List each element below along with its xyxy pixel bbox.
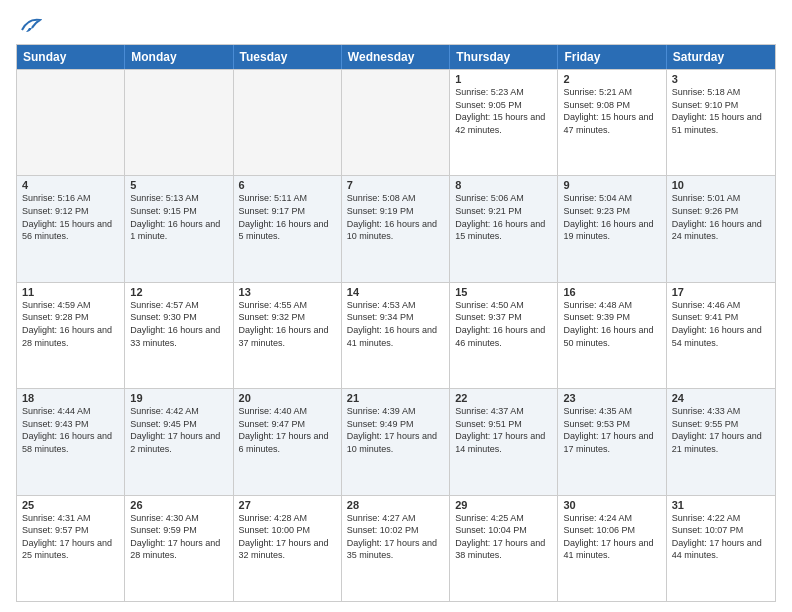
calendar-row-2: 11Sunrise: 4:59 AM Sunset: 9:28 PM Dayli… bbox=[17, 282, 775, 388]
calendar-cell-empty-0-2 bbox=[234, 70, 342, 175]
calendar-cell-4: 4Sunrise: 5:16 AM Sunset: 9:12 PM Daylig… bbox=[17, 176, 125, 281]
day-number: 10 bbox=[672, 179, 770, 191]
cell-info: Sunrise: 4:31 AM Sunset: 9:57 PM Dayligh… bbox=[22, 512, 119, 562]
cell-info: Sunrise: 4:35 AM Sunset: 9:53 PM Dayligh… bbox=[563, 405, 660, 455]
day-number: 14 bbox=[347, 286, 444, 298]
cell-info: Sunrise: 5:06 AM Sunset: 9:21 PM Dayligh… bbox=[455, 192, 552, 242]
cell-info: Sunrise: 4:57 AM Sunset: 9:30 PM Dayligh… bbox=[130, 299, 227, 349]
day-number: 5 bbox=[130, 179, 227, 191]
logo-bird-icon bbox=[20, 16, 42, 34]
header bbox=[16, 16, 776, 34]
calendar-row-4: 25Sunrise: 4:31 AM Sunset: 9:57 PM Dayli… bbox=[17, 495, 775, 601]
cell-info: Sunrise: 5:08 AM Sunset: 9:19 PM Dayligh… bbox=[347, 192, 444, 242]
day-number: 11 bbox=[22, 286, 119, 298]
calendar-cell-20: 20Sunrise: 4:40 AM Sunset: 9:47 PM Dayli… bbox=[234, 389, 342, 494]
calendar-header: SundayMondayTuesdayWednesdayThursdayFrid… bbox=[17, 45, 775, 69]
cell-info: Sunrise: 4:22 AM Sunset: 10:07 PM Daylig… bbox=[672, 512, 770, 562]
cell-info: Sunrise: 4:37 AM Sunset: 9:51 PM Dayligh… bbox=[455, 405, 552, 455]
calendar-cell-28: 28Sunrise: 4:27 AM Sunset: 10:02 PM Dayl… bbox=[342, 496, 450, 601]
day-number: 30 bbox=[563, 499, 660, 511]
calendar-cell-empty-0-0 bbox=[17, 70, 125, 175]
calendar-cell-30: 30Sunrise: 4:24 AM Sunset: 10:06 PM Dayl… bbox=[558, 496, 666, 601]
weekday-header-wednesday: Wednesday bbox=[342, 45, 450, 69]
day-number: 19 bbox=[130, 392, 227, 404]
day-number: 2 bbox=[563, 73, 660, 85]
cell-info: Sunrise: 4:59 AM Sunset: 9:28 PM Dayligh… bbox=[22, 299, 119, 349]
calendar-cell-9: 9Sunrise: 5:04 AM Sunset: 9:23 PM Daylig… bbox=[558, 176, 666, 281]
calendar-cell-10: 10Sunrise: 5:01 AM Sunset: 9:26 PM Dayli… bbox=[667, 176, 775, 281]
cell-info: Sunrise: 5:16 AM Sunset: 9:12 PM Dayligh… bbox=[22, 192, 119, 242]
weekday-header-friday: Friday bbox=[558, 45, 666, 69]
calendar-cell-12: 12Sunrise: 4:57 AM Sunset: 9:30 PM Dayli… bbox=[125, 283, 233, 388]
day-number: 15 bbox=[455, 286, 552, 298]
calendar-cell-29: 29Sunrise: 4:25 AM Sunset: 10:04 PM Dayl… bbox=[450, 496, 558, 601]
day-number: 25 bbox=[22, 499, 119, 511]
day-number: 4 bbox=[22, 179, 119, 191]
calendar-cell-21: 21Sunrise: 4:39 AM Sunset: 9:49 PM Dayli… bbox=[342, 389, 450, 494]
page: SundayMondayTuesdayWednesdayThursdayFrid… bbox=[0, 0, 792, 612]
calendar-row-0: 1Sunrise: 5:23 AM Sunset: 9:05 PM Daylig… bbox=[17, 69, 775, 175]
day-number: 12 bbox=[130, 286, 227, 298]
calendar-cell-23: 23Sunrise: 4:35 AM Sunset: 9:53 PM Dayli… bbox=[558, 389, 666, 494]
day-number: 20 bbox=[239, 392, 336, 404]
day-number: 9 bbox=[563, 179, 660, 191]
calendar-cell-16: 16Sunrise: 4:48 AM Sunset: 9:39 PM Dayli… bbox=[558, 283, 666, 388]
calendar-cell-18: 18Sunrise: 4:44 AM Sunset: 9:43 PM Dayli… bbox=[17, 389, 125, 494]
calendar-row-3: 18Sunrise: 4:44 AM Sunset: 9:43 PM Dayli… bbox=[17, 388, 775, 494]
calendar-cell-8: 8Sunrise: 5:06 AM Sunset: 9:21 PM Daylig… bbox=[450, 176, 558, 281]
calendar-cell-31: 31Sunrise: 4:22 AM Sunset: 10:07 PM Dayl… bbox=[667, 496, 775, 601]
cell-info: Sunrise: 5:11 AM Sunset: 9:17 PM Dayligh… bbox=[239, 192, 336, 242]
day-number: 21 bbox=[347, 392, 444, 404]
cell-info: Sunrise: 4:27 AM Sunset: 10:02 PM Daylig… bbox=[347, 512, 444, 562]
cell-info: Sunrise: 4:25 AM Sunset: 10:04 PM Daylig… bbox=[455, 512, 552, 562]
cell-info: Sunrise: 5:18 AM Sunset: 9:10 PM Dayligh… bbox=[672, 86, 770, 136]
cell-info: Sunrise: 4:28 AM Sunset: 10:00 PM Daylig… bbox=[239, 512, 336, 562]
calendar-cell-6: 6Sunrise: 5:11 AM Sunset: 9:17 PM Daylig… bbox=[234, 176, 342, 281]
cell-info: Sunrise: 5:04 AM Sunset: 9:23 PM Dayligh… bbox=[563, 192, 660, 242]
cell-info: Sunrise: 5:13 AM Sunset: 9:15 PM Dayligh… bbox=[130, 192, 227, 242]
calendar-cell-empty-0-1 bbox=[125, 70, 233, 175]
day-number: 13 bbox=[239, 286, 336, 298]
day-number: 1 bbox=[455, 73, 552, 85]
calendar-cell-5: 5Sunrise: 5:13 AM Sunset: 9:15 PM Daylig… bbox=[125, 176, 233, 281]
calendar-body: 1Sunrise: 5:23 AM Sunset: 9:05 PM Daylig… bbox=[17, 69, 775, 601]
day-number: 16 bbox=[563, 286, 660, 298]
day-number: 18 bbox=[22, 392, 119, 404]
day-number: 31 bbox=[672, 499, 770, 511]
calendar-cell-22: 22Sunrise: 4:37 AM Sunset: 9:51 PM Dayli… bbox=[450, 389, 558, 494]
calendar: SundayMondayTuesdayWednesdayThursdayFrid… bbox=[16, 44, 776, 602]
day-number: 23 bbox=[563, 392, 660, 404]
cell-info: Sunrise: 5:21 AM Sunset: 9:08 PM Dayligh… bbox=[563, 86, 660, 136]
cell-info: Sunrise: 4:40 AM Sunset: 9:47 PM Dayligh… bbox=[239, 405, 336, 455]
weekday-header-sunday: Sunday bbox=[17, 45, 125, 69]
day-number: 28 bbox=[347, 499, 444, 511]
cell-info: Sunrise: 4:44 AM Sunset: 9:43 PM Dayligh… bbox=[22, 405, 119, 455]
cell-info: Sunrise: 4:30 AM Sunset: 9:59 PM Dayligh… bbox=[130, 512, 227, 562]
calendar-cell-15: 15Sunrise: 4:50 AM Sunset: 9:37 PM Dayli… bbox=[450, 283, 558, 388]
cell-info: Sunrise: 5:23 AM Sunset: 9:05 PM Dayligh… bbox=[455, 86, 552, 136]
cell-info: Sunrise: 4:39 AM Sunset: 9:49 PM Dayligh… bbox=[347, 405, 444, 455]
cell-info: Sunrise: 4:48 AM Sunset: 9:39 PM Dayligh… bbox=[563, 299, 660, 349]
day-number: 22 bbox=[455, 392, 552, 404]
day-number: 7 bbox=[347, 179, 444, 191]
calendar-cell-27: 27Sunrise: 4:28 AM Sunset: 10:00 PM Dayl… bbox=[234, 496, 342, 601]
calendar-cell-19: 19Sunrise: 4:42 AM Sunset: 9:45 PM Dayli… bbox=[125, 389, 233, 494]
calendar-row-1: 4Sunrise: 5:16 AM Sunset: 9:12 PM Daylig… bbox=[17, 175, 775, 281]
calendar-cell-7: 7Sunrise: 5:08 AM Sunset: 9:19 PM Daylig… bbox=[342, 176, 450, 281]
day-number: 26 bbox=[130, 499, 227, 511]
calendar-cell-3: 3Sunrise: 5:18 AM Sunset: 9:10 PM Daylig… bbox=[667, 70, 775, 175]
weekday-header-tuesday: Tuesday bbox=[234, 45, 342, 69]
day-number: 27 bbox=[239, 499, 336, 511]
calendar-cell-2: 2Sunrise: 5:21 AM Sunset: 9:08 PM Daylig… bbox=[558, 70, 666, 175]
calendar-cell-17: 17Sunrise: 4:46 AM Sunset: 9:41 PM Dayli… bbox=[667, 283, 775, 388]
calendar-cell-26: 26Sunrise: 4:30 AM Sunset: 9:59 PM Dayli… bbox=[125, 496, 233, 601]
cell-info: Sunrise: 4:55 AM Sunset: 9:32 PM Dayligh… bbox=[239, 299, 336, 349]
cell-info: Sunrise: 4:50 AM Sunset: 9:37 PM Dayligh… bbox=[455, 299, 552, 349]
day-number: 8 bbox=[455, 179, 552, 191]
weekday-header-thursday: Thursday bbox=[450, 45, 558, 69]
cell-info: Sunrise: 4:24 AM Sunset: 10:06 PM Daylig… bbox=[563, 512, 660, 562]
cell-info: Sunrise: 5:01 AM Sunset: 9:26 PM Dayligh… bbox=[672, 192, 770, 242]
calendar-cell-1: 1Sunrise: 5:23 AM Sunset: 9:05 PM Daylig… bbox=[450, 70, 558, 175]
day-number: 3 bbox=[672, 73, 770, 85]
weekday-header-monday: Monday bbox=[125, 45, 233, 69]
